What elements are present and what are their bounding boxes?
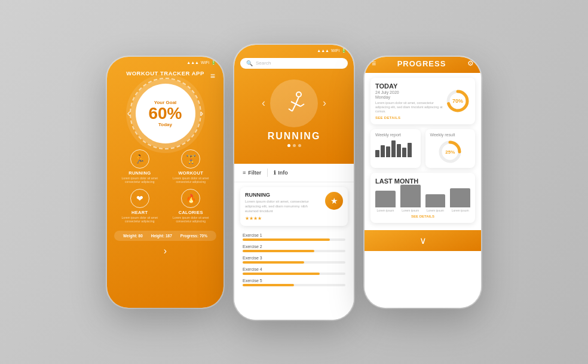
bar-4 — [391, 140, 396, 157]
running-card[interactable]: RUNNING Lorem ipsum dolor sit amet, cons… — [240, 187, 348, 226]
bar-6 — [402, 148, 406, 157]
lm-bar-4-group: Lorem ipsum — [450, 188, 470, 212]
dot-2[interactable] — [293, 144, 296, 147]
search-placeholder: Search — [256, 60, 271, 66]
exercise-5-label: Exercise 5 — [243, 279, 345, 283]
status-bar-2: ▲▲▲ WiFi 🔋 — [234, 45, 354, 56]
filter-bar: ≡ Filter ℹ Info — [234, 164, 354, 182]
weight-stat: Weight: 80 — [123, 234, 143, 238]
divider — [267, 169, 268, 177]
filter-label: Filter — [248, 170, 261, 176]
lm-bar-4 — [450, 188, 470, 207]
today-desc: Lorem ipsum dolor sit amet, consectetur … — [375, 101, 445, 114]
running-icon: 🏃 — [130, 149, 149, 169]
goal-label: Your Goal — [154, 100, 177, 105]
exercise-4-label: Exercise 4 — [243, 267, 345, 271]
card-stars: ★★★★ — [245, 216, 320, 221]
exercise-4: Exercise 4 — [243, 267, 345, 275]
battery-icon: 🔋 — [211, 60, 216, 65]
exercise-3: Exercise 3 — [243, 256, 345, 264]
phone3-top-bar: ≡ PROGRESS ⚙ — [365, 57, 481, 73]
activity-heart[interactable]: ❤ HEART Lorem ipsum dolor sit amet conse… — [117, 189, 163, 224]
search-bar[interactable]: 🔍 Search — [240, 58, 348, 69]
weekly-result-card: Weekly result 25% — [425, 129, 476, 168]
bar-7 — [408, 143, 412, 157]
info-icon: ℹ — [274, 170, 275, 176]
signal-icon: ▲▲▲ — [186, 60, 199, 65]
progress-cards: TODAY 24 July 2020 Monday Lorem ipsum do… — [365, 73, 481, 228]
svg-point-0 — [296, 92, 301, 97]
weekly-row: Weekly report — [370, 129, 475, 168]
svg-line-4 — [289, 109, 292, 111]
phone-3: ≡ PROGRESS ⚙ TODAY 24 July 2020 Monday L… — [365, 57, 481, 308]
chevron-down-icon[interactable]: ∨ — [419, 235, 427, 246]
goal-circle-wrapper: ‹ Your Goal 60% Today › — [107, 84, 223, 143]
phone-1: ▲▲▲ WiFi 🔋 ≡ WORKOUT TRACKER APP ‹ Your … — [107, 57, 223, 308]
filter-button[interactable]: ≡ Filter — [243, 170, 261, 176]
svg-line-1 — [296, 97, 299, 104]
bar-5 — [397, 144, 401, 157]
dot-3[interactable] — [298, 144, 301, 147]
battery-icon-2: 🔋 — [341, 48, 347, 53]
exercise-1: Exercise 1 — [243, 233, 345, 241]
today-section: TODAY — [375, 82, 445, 90]
activity-grid: 🏃 RUNNING Lorem ipsum dolor sit amet con… — [107, 147, 223, 228]
exercise-3-label: Exercise 3 — [243, 256, 345, 260]
running-label: RUNNING — [128, 170, 151, 176]
goal-percent: 60% — [148, 105, 182, 122]
lm-bar-1-group: Lorem ipsum — [375, 191, 396, 212]
activity-calories[interactable]: 🔥 CALORIES Lorem ipsum dolor sit amet co… — [168, 189, 215, 224]
runner-circle — [270, 79, 318, 127]
settings-icon[interactable]: ⚙ — [467, 59, 474, 68]
heart-desc: Lorem ipsum dolor sit amet consectetur a… — [117, 216, 163, 224]
activity-running[interactable]: 🏃 RUNNING Lorem ipsum dolor sit amet con… — [117, 149, 163, 184]
see-details-today[interactable]: SEE DETAILS — [375, 116, 445, 120]
runner-next[interactable]: › — [318, 97, 331, 109]
lm-bar-3 — [425, 194, 446, 207]
weekly-result-title: Weekly result — [430, 133, 471, 137]
svg-line-6 — [301, 104, 304, 106]
activity-workout[interactable]: 🏋 WORKOUT Lorem ipsum dolor sit amet con… — [168, 149, 215, 184]
today-date: 24 July 2020 — [375, 90, 445, 94]
workout-label: WORKOUT — [178, 170, 203, 176]
goal-circle: Your Goal 60% Today — [136, 84, 195, 143]
last-month-bars: Lorem ipsum Lorem ipsum Lorem ipsum — [375, 188, 470, 212]
runner-prev[interactable]: ‹ — [257, 97, 270, 109]
svg-line-2 — [291, 102, 296, 104]
status-bar-1: ▲▲▲ WiFi 🔋 — [107, 57, 223, 68]
info-button[interactable]: ℹ Info — [274, 170, 288, 176]
lm-label-3: Lorem ipsum — [427, 209, 444, 212]
today-info: TODAY 24 July 2020 Monday Lorem ipsum do… — [375, 82, 445, 120]
last-month-title: LAST MONTH — [375, 178, 470, 185]
card-badge: ★ — [325, 192, 343, 210]
svg-line-5 — [296, 104, 301, 106]
weekly-report-title: Weekly report — [375, 133, 416, 137]
bottom-arrow[interactable]: › — [107, 243, 223, 261]
menu-icon[interactable]: ≡ — [210, 71, 215, 81]
phones-container: ▲▲▲ WiFi 🔋 ≡ WORKOUT TRACKER APP ‹ Your … — [107, 45, 481, 320]
goal-today: Today — [158, 122, 172, 127]
hamburger-icon[interactable]: ≡ — [372, 59, 376, 68]
today-day: Monday — [375, 95, 445, 99]
calories-desc: Lorem ipsum dolor sit amet consectetur a… — [168, 216, 215, 224]
lm-bar-2 — [400, 185, 421, 207]
wifi-icon: WiFi — [201, 60, 209, 65]
weekly-percent: 25% — [445, 149, 455, 154]
exercise-1-label: Exercise 1 — [243, 233, 345, 237]
card-title: RUNNING — [245, 192, 320, 198]
heart-label: HEART — [131, 210, 148, 215]
today-percent: 70% — [452, 98, 463, 104]
exercise-2: Exercise 2 — [243, 244, 345, 252]
heart-icon: ❤ — [130, 189, 149, 208]
dot-1[interactable] — [287, 144, 290, 147]
lm-label-1: Lorem ipsum — [376, 209, 394, 212]
today-card[interactable]: TODAY 24 July 2020 Monday Lorem ipsum do… — [370, 78, 475, 124]
card-desc: Lorem ipsum dolor sit amet, consectetur … — [245, 199, 320, 214]
last-month-card: LAST MONTH Lorem ipsum Lorem ipsum — [370, 173, 475, 223]
weekly-donut: 25% — [437, 139, 463, 164]
see-details-lm[interactable]: SEE DETAILS — [375, 215, 470, 218]
app-title: WORKOUT TRACKER APP — [107, 70, 223, 77]
exercise-list: Exercise 1 Exercise 2 Exercise 3 Exercis… — [234, 231, 354, 292]
signal-icon-2: ▲▲▲ — [317, 48, 329, 53]
wifi-icon-2: WiFi — [331, 48, 339, 53]
